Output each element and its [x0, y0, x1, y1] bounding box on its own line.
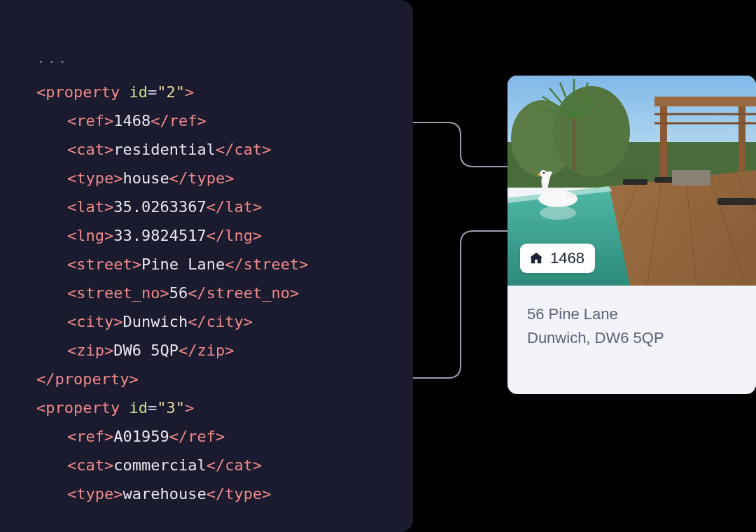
card-body: 56 Pine Lane Dunwich, DW6 5QP — [507, 286, 756, 367]
svg-point-35 — [543, 172, 545, 174]
svg-point-3 — [553, 86, 630, 177]
svg-rect-29 — [672, 170, 710, 186]
connector-lines — [413, 70, 507, 392]
code-ellipsis: ... — [36, 49, 413, 66]
svg-rect-14 — [654, 97, 756, 106]
code-line: <ref>A01959</ref> — [36, 422, 413, 451]
code-line: <lng>33.9824517</lng> — [36, 221, 413, 250]
code-line: <ref>1468</ref> — [36, 106, 413, 135]
code-line: <street>Pine Lane</street> — [36, 250, 413, 279]
code-line: <type>warehouse</type> — [36, 479, 413, 508]
code-line: <zip>DW6 5QP</zip> — [36, 336, 413, 365]
property-card: 1468 56 Pine Lane Dunwich, DW6 5QP — [507, 76, 756, 394]
property-image: 1468 — [507, 76, 756, 286]
house-icon — [528, 251, 544, 266]
svg-point-33 — [540, 206, 576, 220]
code-line: <type>house</type> — [36, 164, 413, 192]
ref-badge: 1468 — [520, 244, 595, 273]
code-line: <cat>commercial</cat> — [36, 451, 413, 479]
code-line: <street_no>56</street_no> — [36, 279, 413, 307]
ref-badge-text: 1468 — [550, 249, 584, 267]
code-panel: ... <property id="2"> <ref>1468</ref> <c… — [0, 0, 413, 532]
code-line: <property id="2"> — [36, 78, 413, 106]
code-line: <property id="3"> — [36, 393, 413, 422]
address-line-2: Dunwich, DW6 5QP — [527, 326, 736, 350]
svg-rect-28 — [718, 198, 756, 205]
svg-rect-26 — [623, 179, 648, 185]
code-line: <cat>residential</cat> — [36, 135, 413, 164]
svg-point-34 — [540, 170, 547, 177]
address-line-1: 56 Pine Lane — [527, 302, 736, 326]
code-line: <city>Dunwich</city> — [36, 307, 413, 336]
code-line: </property> — [36, 365, 413, 393]
code-line: <lat>35.0263367</lat> — [36, 192, 413, 221]
